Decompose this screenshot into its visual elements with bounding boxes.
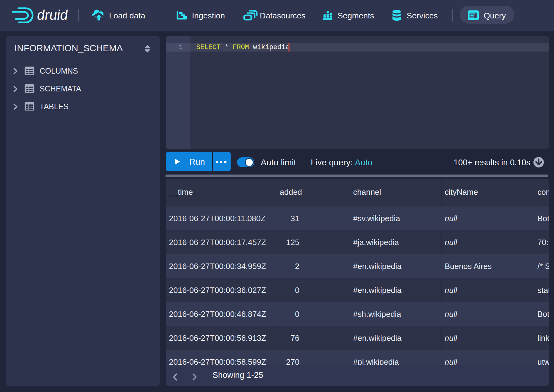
svg-text:druid: druid [36, 7, 69, 23]
